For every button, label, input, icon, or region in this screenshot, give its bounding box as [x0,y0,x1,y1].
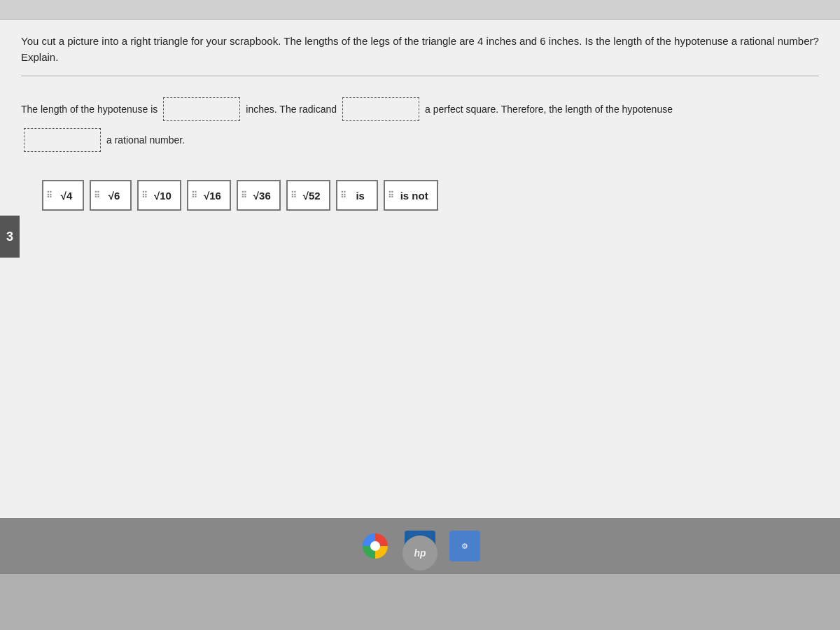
blank-radicand[interactable] [342,97,419,121]
misc-label: ⚙ [461,542,468,551]
tile-sqrt16[interactable]: √16 [187,180,231,211]
hp-text: hp [414,547,426,559]
tile-sqrt4-label: √4 [61,190,73,202]
top-bar [0,0,840,20]
tile-sqrt16-label: √16 [204,190,221,202]
sentence-2: a rational number. [21,128,819,152]
tile-is-not[interactable]: is not [384,180,438,211]
chrome-icon[interactable] [360,531,391,561]
tile-sqrt6[interactable]: √6 [90,180,132,211]
question-body: You cut a picture into a right triangle … [21,35,819,63]
question-text: You cut a picture into a right triangle … [21,34,819,76]
tile-sqrt4[interactable]: √4 [42,180,84,211]
sentence1-start: The length of the hypotenuse is [21,99,158,120]
sentence1-mid: inches. The radicand [246,99,337,120]
tile-sqrt52-label: √52 [303,190,321,202]
chrome-logo [363,533,388,559]
laptop-outer: You cut a picture into a right triangle … [0,0,840,630]
section-number: 3 [0,216,20,258]
sentence1-end: a perfect square. Therefore, the length … [425,99,673,120]
tile-is-label: is [356,190,365,202]
screen: You cut a picture into a right triangle … [0,0,840,574]
tile-is[interactable]: is [336,180,378,211]
tile-is-not-label: is not [400,190,428,202]
tile-sqrt36[interactable]: √36 [237,180,281,211]
tile-sqrt36-label: √36 [253,190,271,202]
sentence-1: The length of the hypotenuse is inches. … [21,97,819,121]
misc-icon[interactable]: ⚙ [449,531,480,561]
sentence2-end: a rational number. [106,130,185,151]
tile-sqrt6-label: √6 [108,190,120,202]
drag-tiles-row: √4 √6 √10 √16 √36 √52 is [42,180,819,211]
content-area: You cut a picture into a right triangle … [0,20,840,574]
tile-sqrt10[interactable]: √10 [137,180,181,211]
blank-hypotenuse-length[interactable] [163,97,240,121]
blank-rational[interactable] [24,128,101,152]
tile-sqrt52[interactable]: √52 [286,180,330,211]
tile-sqrt10-label: √10 [154,190,172,202]
hp-logo: hp [402,536,438,570]
